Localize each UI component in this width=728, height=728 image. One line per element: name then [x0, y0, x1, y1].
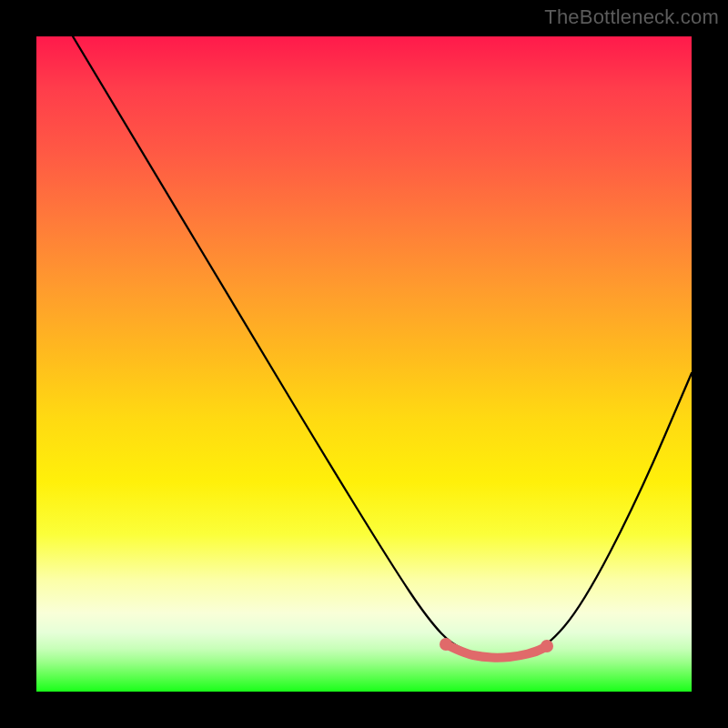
optimal-range-left-marker — [440, 638, 452, 651]
optimal-range-right-marker — [541, 640, 553, 652]
optimal-range-segment — [446, 644, 547, 658]
chart-frame: TheBottleneck.com — [0, 0, 728, 728]
bottleneck-curve — [73, 36, 692, 656]
watermark-text: TheBottleneck.com — [544, 5, 719, 29]
curve-layer — [36, 36, 692, 692]
plot-area — [36, 36, 692, 692]
